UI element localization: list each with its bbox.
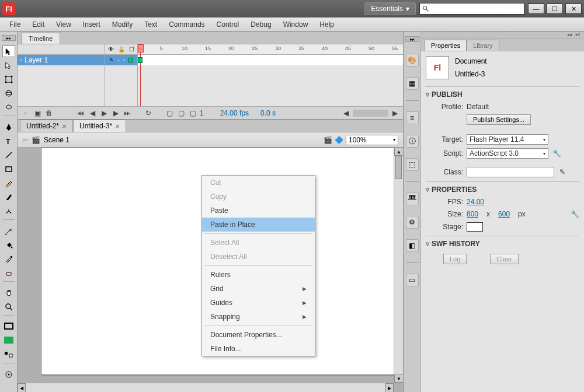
scrollbar-thumb[interactable] xyxy=(395,156,402,179)
text-tool[interactable]: T xyxy=(2,135,15,147)
close-button[interactable]: ✕ xyxy=(565,4,582,14)
eyedropper-tool[interactable] xyxy=(2,253,15,265)
size-width[interactable]: 800 xyxy=(467,210,478,218)
outline-icon[interactable]: ☐ xyxy=(129,46,134,52)
new-folder-button[interactable]: ▣ xyxy=(33,108,42,118)
workspace-switcher[interactable]: Essentials ▾ xyxy=(364,2,416,15)
scroll-right-button[interactable]: ▶ xyxy=(390,108,399,118)
edit-symbols-icon[interactable]: 🔷 xyxy=(335,136,343,144)
script-settings-icon[interactable]: 🔧 xyxy=(552,149,561,158)
color-panel-icon[interactable]: 🎨 xyxy=(406,54,419,66)
class-input[interactable] xyxy=(467,167,554,177)
menu-insert[interactable]: Insert xyxy=(77,19,106,30)
context-paste[interactable]: Paste xyxy=(202,204,315,218)
brush-tool[interactable] xyxy=(2,191,15,203)
fill-color-swatch[interactable] xyxy=(2,335,15,346)
scroll-up-button[interactable]: ▲ xyxy=(394,148,403,156)
onion-skin-outlines-button[interactable]: ▢ xyxy=(176,108,186,118)
zoom-select[interactable]: 100% ▾ xyxy=(346,135,398,145)
minimize-button[interactable]: — xyxy=(528,4,544,14)
fps-value[interactable]: 24.00 xyxy=(467,198,484,206)
last-frame-button[interactable]: ⏭ xyxy=(123,108,132,118)
stage-color-swatch[interactable] xyxy=(467,222,483,232)
scroll-left-button[interactable]: ◀ xyxy=(18,383,26,392)
transform-panel-icon[interactable]: ⬚ xyxy=(406,158,419,171)
script-select[interactable]: ActionScript 3.0 ▾ xyxy=(467,148,548,159)
swf-history-section-header[interactable]: ▽ SWF HISTORY xyxy=(426,237,579,250)
menu-window[interactable]: Window xyxy=(277,19,314,30)
lasso-tool[interactable] xyxy=(2,102,15,113)
motion-presets-icon[interactable]: ◧ xyxy=(406,239,419,252)
menu-view[interactable]: View xyxy=(50,19,77,30)
menu-debug[interactable]: Debug xyxy=(245,19,277,30)
edit-multiple-frames-button[interactable]: ▢ xyxy=(188,108,197,118)
maximize-button[interactable]: ☐ xyxy=(547,4,563,14)
eraser-tool[interactable] xyxy=(2,267,15,279)
context-grid[interactable]: Grid▶ xyxy=(202,282,315,296)
swatches-panel-icon[interactable]: ▦ xyxy=(406,77,419,90)
publish-settings-button[interactable]: Publish Settings... xyxy=(467,114,531,125)
close-icon[interactable]: ✕ xyxy=(62,123,67,130)
edit-class-icon[interactable]: ✎ xyxy=(558,167,567,177)
3d-rotation-tool[interactable] xyxy=(2,88,15,99)
scroll-down-button[interactable]: ▼ xyxy=(394,374,403,383)
menu-modify[interactable]: Modify xyxy=(106,19,138,30)
size-settings-icon[interactable]: 🔧 xyxy=(570,209,579,219)
menu-text[interactable]: Text xyxy=(138,19,163,30)
project-panel-icon[interactable]: ▭ xyxy=(406,274,419,286)
pencil-tool[interactable] xyxy=(2,177,15,189)
line-tool[interactable] xyxy=(2,149,15,161)
swap-colors[interactable] xyxy=(2,349,15,360)
size-height[interactable]: 600 xyxy=(498,210,510,218)
menu-commands[interactable]: Commands xyxy=(163,19,210,30)
context-deselect-all[interactable]: Deselect All xyxy=(202,250,315,264)
context-document-properties[interactable]: Document Properties... xyxy=(202,328,315,342)
search-input[interactable] xyxy=(419,3,524,15)
menu-edit[interactable]: Edit xyxy=(26,19,50,30)
components-panel-icon[interactable]: ⚙ xyxy=(406,216,419,229)
pen-tool[interactable] xyxy=(2,121,15,133)
context-rulers[interactable]: Rulers xyxy=(202,268,315,282)
timeline-tab[interactable]: Timeline xyxy=(21,33,60,44)
context-file-info[interactable]: File Info... xyxy=(202,342,315,356)
panel-collapse[interactable]: ◂◂ ▾≡ xyxy=(421,32,584,38)
menu-help[interactable]: Help xyxy=(314,19,340,30)
context-paste-in-place[interactable]: Paste in Place xyxy=(202,218,315,232)
hand-tool[interactable] xyxy=(2,287,15,299)
onion-skin-button[interactable]: ▢ xyxy=(165,108,174,118)
clear-button[interactable]: Clear xyxy=(490,254,518,264)
context-copy[interactable]: Copy xyxy=(202,190,315,204)
context-cut[interactable]: Cut xyxy=(202,176,315,190)
rectangle-tool[interactable] xyxy=(2,163,15,175)
document-tab[interactable]: Untitled-3* ✕ xyxy=(73,120,126,132)
target-select[interactable]: Flash Player 11.4 ▾ xyxy=(467,134,548,145)
snap-to-object[interactable] xyxy=(2,369,15,380)
tools-collapse[interactable]: ▸▸ xyxy=(2,35,16,41)
scroll-right-button[interactable]: ▶ xyxy=(385,383,394,392)
properties-tab[interactable]: Properties xyxy=(425,40,467,51)
code-snippets-icon[interactable]: ᚙ xyxy=(406,192,419,205)
next-frame-button[interactable]: ▶ xyxy=(111,108,120,118)
back-icon[interactable]: ⇦ xyxy=(22,136,28,144)
timeline-track[interactable] xyxy=(138,55,403,65)
context-select-all[interactable]: Select All xyxy=(202,236,315,250)
selection-tool[interactable] xyxy=(2,46,15,57)
close-icon[interactable]: ✕ xyxy=(115,123,120,130)
zoom-tool[interactable] xyxy=(2,301,15,313)
stroke-color-swatch[interactable] xyxy=(2,321,15,332)
deco-tool[interactable] xyxy=(2,205,15,217)
log-button[interactable]: Log xyxy=(443,254,467,264)
first-frame-button[interactable]: ⏮ xyxy=(76,108,85,118)
eye-icon[interactable]: 👁 xyxy=(108,46,114,52)
horizontal-scrollbar[interactable]: ◀ ▶ xyxy=(18,383,394,392)
paint-bucket-tool[interactable] xyxy=(2,239,15,251)
play-button[interactable]: ▶ xyxy=(99,108,109,118)
properties-section-header[interactable]: ▽ PROPERTIES xyxy=(426,183,579,196)
document-tab[interactable]: Untitled-2* ✕ xyxy=(20,120,73,132)
vertical-scrollbar[interactable]: ▲ ▼ xyxy=(394,148,403,383)
menu-file[interactable]: File xyxy=(4,19,26,30)
context-snapping[interactable]: Snapping▶ xyxy=(202,310,315,324)
library-tab[interactable]: Library xyxy=(467,40,499,51)
free-transform-tool[interactable] xyxy=(2,74,15,85)
prev-frame-button[interactable]: ◀ xyxy=(88,108,97,118)
